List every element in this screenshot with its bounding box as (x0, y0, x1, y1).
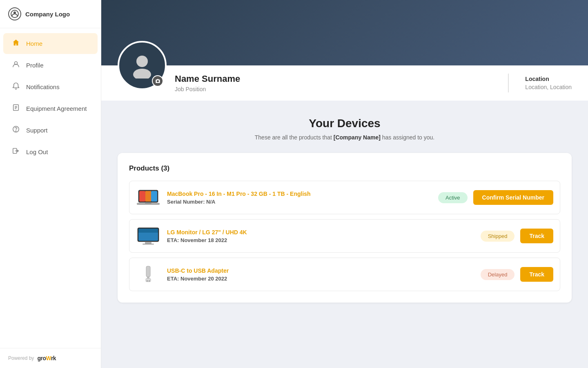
subtitle-post: has assigned to you. (381, 134, 434, 141)
document-icon (11, 104, 20, 113)
profile-location-label: Location (525, 76, 572, 82)
sidebar-footer: Powered by groWrk (0, 348, 101, 368)
product-eta-label-adapter: ETA: (167, 276, 179, 282)
sidebar-item-notifications-label: Notifications (26, 83, 60, 90)
product-actions-adapter: Delayed Track (481, 267, 553, 282)
sidebar-nav: Home Profile Notifications (0, 28, 101, 348)
track-button-monitor[interactable]: Track (520, 229, 553, 243)
company-name: [Company Name] (334, 134, 381, 141)
product-meta-adapter: ETA: November 20 2022 (167, 276, 474, 282)
home-icon (11, 39, 20, 48)
product-serial-label: Serial Number: (167, 199, 205, 205)
profile-header-banner (101, 0, 588, 65)
support-icon (11, 126, 20, 135)
monitor-image (136, 226, 160, 246)
profile-icon (11, 61, 20, 70)
sidebar: Company Logo Home Profile (0, 0, 101, 368)
svg-rect-28 (147, 280, 148, 282)
svg-rect-16 (145, 191, 151, 202)
sidebar-item-equipment[interactable]: Equipment Agreement (3, 98, 98, 119)
svg-point-12 (133, 69, 151, 79)
profile-avatar-section (118, 41, 167, 90)
status-badge-adapter: Delayed (481, 269, 515, 280)
product-row-adapter: USB-C to USB Adapter ETA: November 20 20… (129, 258, 560, 291)
sidebar-item-notifications[interactable]: Notifications (3, 76, 98, 97)
company-logo-section[interactable]: Company Logo (0, 0, 101, 28)
svg-rect-17 (151, 191, 157, 202)
svg-rect-24 (143, 244, 154, 245)
product-details-monitor: LG Monitor / LG 27" / UHD 4K ETA: Novemb… (167, 229, 474, 243)
main-content: Name Surname Job Position Location Locat… (101, 0, 588, 368)
sidebar-item-support[interactable]: Support (3, 120, 98, 141)
status-badge-monitor: Shipped (481, 231, 515, 242)
status-badge-macbook: Active (438, 192, 467, 203)
company-logo-icon (8, 7, 21, 20)
product-eta-label-monitor: ETA: (167, 237, 179, 243)
product-eta-value-monitor: November 18 2022 (180, 237, 227, 243)
devices-subtitle: These are all the products that [Company… (118, 134, 572, 141)
bell-icon (11, 82, 20, 92)
subtitle-pre: These are all the products that (255, 134, 334, 141)
sidebar-item-logout-label: Log Out (26, 148, 48, 155)
product-name-monitor: LG Monitor / LG 27" / UHD 4K (167, 229, 474, 236)
avatar (118, 41, 167, 90)
camera-button[interactable] (152, 75, 163, 87)
logout-icon (11, 147, 20, 157)
track-button-adapter[interactable]: Track (520, 267, 553, 282)
profile-header-background (101, 0, 588, 65)
profile-name-block: Name Surname Job Position (175, 74, 509, 92)
profile-name: Name Surname (175, 74, 492, 84)
product-serial-value: N/A (206, 199, 215, 205)
svg-rect-22 (138, 229, 158, 233)
svg-rect-29 (149, 280, 150, 282)
product-meta-macbook: Serial Number: N/A (167, 199, 432, 205)
svg-rect-27 (146, 278, 151, 282)
product-details-adapter: USB-C to USB Adapter ETA: November 20 20… (167, 267, 474, 282)
sidebar-item-support-label: Support (26, 127, 48, 134)
adapter-image (136, 265, 160, 284)
profile-location-block: Location Location, Location (509, 76, 572, 90)
product-actions-monitor: Shipped Track (481, 229, 553, 243)
devices-section: Your Devices These are all the products … (101, 101, 588, 368)
profile-info-section: Name Surname Job Position Location Locat… (101, 65, 588, 101)
product-eta-value-adapter: November 20 2022 (180, 276, 227, 282)
svg-rect-19 (145, 203, 151, 204)
sidebar-item-logout[interactable]: Log Out (3, 141, 98, 162)
sidebar-item-home-label: Home (26, 40, 42, 47)
sidebar-item-equipment-label: Equipment Agreement (26, 105, 87, 112)
product-actions-macbook: Active Confirm Serial Number (438, 190, 553, 205)
products-header: Products (3) (129, 164, 560, 173)
powered-by-text: Powered by (8, 355, 34, 361)
svg-rect-23 (145, 242, 151, 244)
product-name-adapter: USB-C to USB Adapter (167, 267, 474, 274)
sidebar-item-profile-label: Profile (26, 62, 44, 69)
profile-location-value: Location, Location (525, 84, 572, 90)
svg-point-11 (136, 56, 148, 67)
avatar-person-svg (129, 52, 155, 79)
product-name-macbook: MacBook Pro - 16 In - M1 Pro - 32 GB - 1… (167, 191, 432, 197)
products-card: Products (3) MacBook P (118, 153, 572, 303)
product-row-macbook: MacBook Pro - 16 In - M1 Pro - 32 GB - 1… (129, 181, 560, 214)
svg-point-8 (16, 131, 16, 131)
svg-rect-15 (139, 191, 145, 202)
sidebar-item-home[interactable]: Home (3, 33, 98, 54)
devices-title: Your Devices (118, 117, 572, 130)
confirm-serial-button[interactable]: Confirm Serial Number (473, 190, 553, 205)
product-meta-monitor: ETA: November 18 2022 (167, 237, 474, 243)
profile-job: Job Position (175, 86, 492, 92)
macbook-image (136, 188, 160, 207)
product-row-monitor: LG Monitor / LG 27" / UHD 4K ETA: Novemb… (129, 219, 560, 253)
svg-rect-25 (146, 266, 150, 277)
sidebar-item-profile[interactable]: Profile (3, 55, 98, 76)
svg-rect-26 (147, 277, 149, 278)
growrk-brand: groWrk (37, 355, 56, 361)
product-details-macbook: MacBook Pro - 16 In - M1 Pro - 32 GB - 1… (167, 191, 432, 205)
company-logo-text: Company Logo (25, 11, 70, 18)
